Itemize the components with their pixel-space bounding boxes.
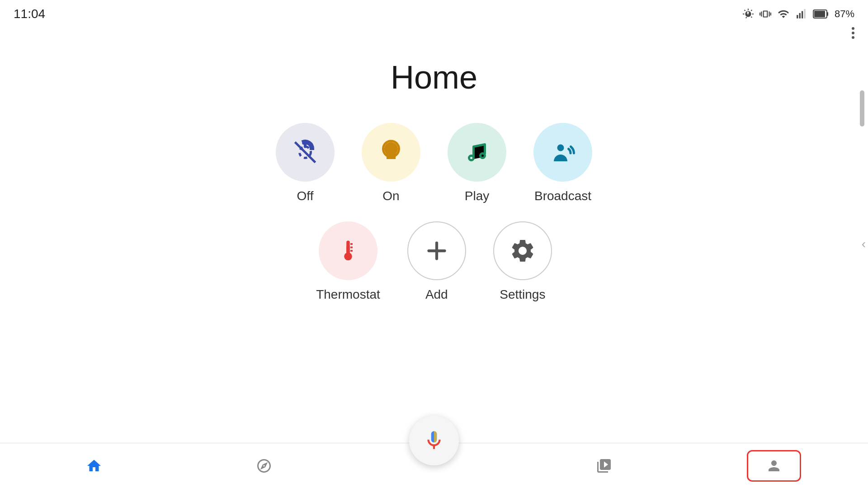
nav-media[interactable] (577, 450, 631, 482)
add-icon (423, 237, 450, 264)
on-icon (377, 139, 405, 166)
mic-icon (423, 429, 445, 452)
settings-circle (493, 221, 552, 280)
thermostat-icon (335, 237, 362, 264)
settings-icon (509, 237, 536, 264)
svg-rect-6 (827, 12, 828, 16)
broadcast-circle (533, 123, 592, 182)
play-icon (463, 139, 491, 166)
action-on[interactable]: On (362, 123, 420, 203)
off-icon (292, 139, 319, 166)
nav-profile[interactable] (747, 450, 801, 482)
profile-nav-icon (766, 458, 782, 474)
scrollbar[interactable] (860, 90, 864, 127)
action-grid: Off On (276, 123, 592, 302)
nav-explore[interactable] (237, 450, 291, 482)
action-thermostat[interactable]: Thermostat (316, 221, 380, 302)
battery-percentage: 87% (835, 8, 854, 20)
action-broadcast[interactable]: Broadcast (533, 123, 592, 203)
status-icons: 87% (742, 8, 854, 20)
svg-rect-2 (802, 11, 803, 19)
main-content: Home Off (0, 23, 868, 302)
media-nav-icon (596, 458, 612, 474)
page-title: Home (391, 59, 477, 96)
right-chevron-icon[interactable]: ‹ (862, 237, 866, 251)
svg-point-10 (557, 145, 564, 151)
three-dot-menu[interactable] (852, 27, 854, 39)
play-circle (448, 123, 506, 182)
svg-rect-5 (814, 11, 825, 17)
status-bar: 11:04 87% (0, 0, 868, 23)
settings-label: Settings (500, 287, 545, 302)
action-play[interactable]: Play (448, 123, 506, 203)
action-add[interactable]: Add (407, 221, 466, 302)
explore-nav-icon (256, 458, 272, 474)
svg-rect-13 (346, 246, 350, 255)
action-row-1: Off On (276, 123, 592, 203)
svg-rect-3 (804, 9, 805, 19)
on-circle (362, 123, 420, 182)
on-label: On (382, 189, 399, 203)
play-label: Play (465, 189, 489, 203)
status-time: 11:04 (14, 7, 45, 21)
thermostat-label: Thermostat (316, 287, 380, 302)
action-settings[interactable]: Settings (493, 221, 552, 302)
battery-icon (813, 9, 829, 19)
svg-rect-1 (799, 13, 801, 19)
vibrate-icon (760, 8, 771, 20)
signal-icon (796, 8, 807, 20)
nav-home[interactable] (67, 450, 121, 482)
wifi-icon (777, 8, 790, 20)
home-nav-icon (86, 458, 102, 474)
broadcast-label: Broadcast (534, 189, 591, 203)
alarm-icon (742, 8, 754, 20)
thermostat-circle (319, 221, 377, 280)
action-off[interactable]: Off (276, 123, 335, 203)
broadcast-icon (549, 139, 576, 166)
action-row-2: Thermostat Add Settin (316, 221, 552, 302)
add-circle (407, 221, 466, 280)
off-circle (276, 123, 335, 182)
add-label: Add (425, 287, 448, 302)
off-label: Off (297, 189, 314, 203)
svg-rect-0 (797, 15, 798, 19)
mic-fab[interactable] (409, 416, 459, 465)
